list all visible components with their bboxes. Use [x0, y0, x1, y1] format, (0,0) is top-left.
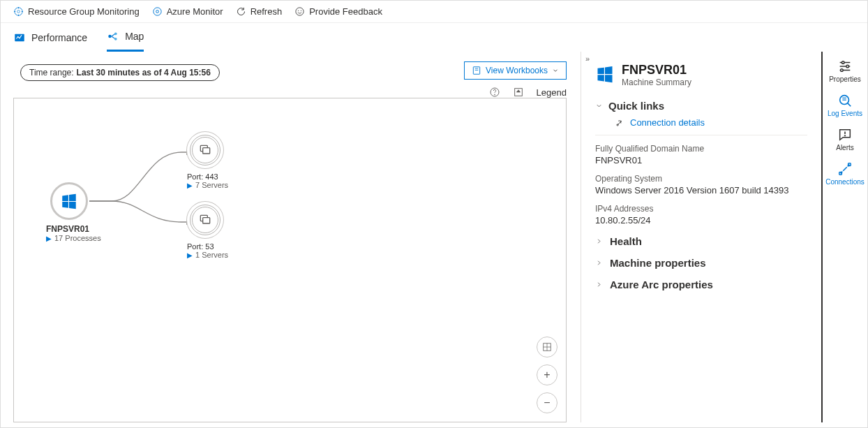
svg-point-1: [15, 8, 22, 15]
svg-rect-26: [839, 172, 842, 175]
legend-toggle[interactable]: Legend: [537, 87, 567, 98]
svg-point-5: [298, 10, 299, 11]
nav-tabs: Performance Map: [1, 23, 867, 52]
details-subtitle: Machine Summary: [622, 78, 691, 87]
machine-properties-section[interactable]: Machine properties: [595, 257, 807, 269]
content: Time range: Last 30 minutes as of 4 Aug …: [1, 52, 867, 422]
triangle-icon: ▶: [46, 235, 52, 242]
map-node-root-name: FNPSVR01: [46, 224, 101, 234]
svg-point-6: [301, 10, 301, 11]
map-node-group-53[interactable]: Port: 53 ▶1 Servers: [187, 205, 228, 259]
map-node-servers[interactable]: ▶1 Servers: [187, 251, 228, 259]
expand-icon[interactable]: [513, 87, 524, 98]
map-connection-lines: [14, 98, 566, 422]
connections-icon: [837, 161, 853, 177]
fqdn-label: Fully Qualified Domain Name: [595, 144, 807, 154]
link-label: Connection details: [630, 117, 705, 128]
svg-point-0: [17, 10, 20, 13]
map-node-port: Port: 53: [187, 242, 228, 251]
toolbar-label: Provide Feedback: [309, 6, 382, 17]
health-section[interactable]: Health: [595, 235, 807, 247]
refresh-button[interactable]: Refresh: [236, 6, 283, 17]
view-workbooks-button[interactable]: View Workbooks: [464, 61, 567, 80]
tab-map[interactable]: Map: [107, 30, 144, 52]
section-label: Machine properties: [610, 257, 706, 269]
ip-label: IPv4 Addresses: [595, 204, 807, 214]
rail-label: Log Events: [828, 110, 862, 117]
rail-properties[interactable]: Properties: [829, 59, 861, 83]
svg-point-9: [114, 32, 117, 35]
svg-rect-11: [473, 67, 479, 75]
rail-log-events[interactable]: Log Events: [828, 93, 862, 117]
svg-point-23: [841, 69, 844, 72]
chevron-right-icon: [595, 237, 603, 245]
provide-feedback-button[interactable]: Provide Feedback: [294, 6, 382, 17]
chevron-down-icon: [552, 67, 559, 74]
section-label: Health: [610, 235, 642, 247]
details-header: FNPSVR01 Machine Summary: [595, 63, 807, 87]
section-label: Quick links: [608, 100, 664, 112]
tab-label: Map: [125, 31, 144, 42]
time-range-pill[interactable]: Time range: Last 30 minutes as of 4 Aug …: [20, 64, 220, 81]
quick-links-section[interactable]: Quick links: [595, 100, 807, 112]
smile-icon: [294, 6, 305, 17]
map-canvas[interactable]: FNPSVR01 ▶17 Processes Port: 443 ▶7 Serv…: [13, 98, 567, 422]
svg-point-22: [846, 65, 849, 68]
toolbar-label: Refresh: [250, 6, 283, 17]
zoom-controls: + −: [537, 337, 558, 413]
triangle-icon: ▶: [187, 251, 193, 259]
map-node-group-circle: [190, 135, 220, 165]
section-label: Azure Arc properties: [610, 279, 713, 290]
svg-point-25: [844, 135, 845, 136]
separator: [595, 135, 807, 135]
zoom-out-button[interactable]: −: [537, 392, 558, 413]
zoom-fit-button[interactable]: [537, 337, 558, 357]
map-node-root-circle: [50, 182, 88, 220]
svg-rect-18: [203, 218, 210, 223]
resource-group-monitoring-button[interactable]: Resource Group Monitoring: [13, 6, 140, 17]
windows-icon: [595, 64, 615, 84]
svg-point-13: [494, 94, 495, 95]
time-range-prefix: Time range:: [29, 68, 74, 78]
rail-connections[interactable]: Connections: [825, 161, 865, 186]
rail-label: Connections: [825, 178, 865, 186]
alerts-icon: [837, 127, 853, 142]
rail-label: Alerts: [836, 144, 854, 152]
svg-point-2: [154, 8, 161, 15]
server-group-icon: [198, 213, 212, 227]
os-label: Operating System: [595, 174, 807, 184]
fit-icon: [542, 342, 552, 352]
chevron-right-icon: [595, 259, 603, 267]
azure-monitor-button[interactable]: Azure Monitor: [152, 6, 223, 17]
toolbar-label: Azure Monitor: [167, 6, 223, 17]
help-icon[interactable]: [489, 87, 500, 98]
top-toolbar: Resource Group Monitoring Azure Monitor …: [1, 1, 867, 23]
chevron-down-icon: [595, 102, 603, 110]
tab-performance[interactable]: Performance: [13, 31, 87, 51]
refresh-icon: [236, 6, 246, 17]
azure-monitor-icon: [152, 6, 163, 17]
svg-point-8: [108, 35, 112, 38]
rail-alerts[interactable]: Alerts: [836, 127, 854, 152]
server-group-icon: [198, 143, 212, 157]
fqdn-value: FNPSVR01: [595, 155, 807, 165]
connection-details-link[interactable]: Connection details: [615, 117, 807, 128]
map-node-group-circle: [190, 205, 220, 235]
svg-rect-27: [848, 163, 851, 166]
performance-icon: [13, 31, 26, 44]
rail-label: Properties: [829, 75, 861, 83]
svg-rect-16: [203, 148, 210, 154]
legend-row: Legend: [489, 87, 567, 98]
right-rail: Properties Log Events Alerts Connections: [821, 52, 867, 422]
toolbar-label: Resource Group Monitoring: [28, 6, 140, 17]
map-node-root-sub[interactable]: ▶17 Processes: [46, 234, 101, 242]
map-node-group-443[interactable]: Port: 443 ▶7 Servers: [187, 135, 228, 189]
map-node-root[interactable]: FNPSVR01 ▶17 Processes: [46, 182, 101, 242]
details-panel: » FNPSVR01 Machine Summary Quick links C…: [581, 52, 821, 422]
sliders-icon: [837, 59, 853, 74]
map-node-servers[interactable]: ▶7 Servers: [187, 181, 228, 189]
zoom-in-button[interactable]: +: [537, 364, 558, 385]
azure-arc-section[interactable]: Azure Arc properties: [595, 279, 807, 290]
tab-label: Performance: [31, 32, 87, 43]
panel-collapse-button[interactable]: »: [585, 54, 587, 63]
